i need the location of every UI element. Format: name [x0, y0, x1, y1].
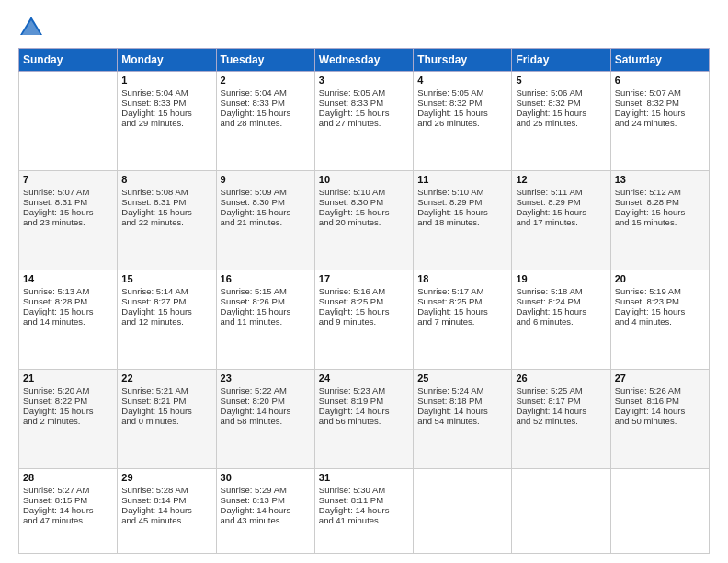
cell-info-line: Daylight: 15 hours — [319, 306, 409, 316]
cell-info-line: and 17 minutes. — [516, 217, 606, 227]
cell-info-line: Daylight: 14 hours — [615, 406, 705, 416]
cell-info-line: Sunrise: 5:16 AM — [319, 286, 409, 296]
calendar-week-row: 21Sunrise: 5:20 AMSunset: 8:22 PMDayligh… — [19, 370, 710, 469]
cell-info-line: and 28 minutes. — [221, 118, 311, 128]
cell-info-line: Sunrise: 5:17 AM — [417, 286, 507, 296]
cell-info-line: and 43 minutes. — [221, 515, 311, 525]
cell-info-line: Sunset: 8:29 PM — [417, 197, 507, 207]
cell-info-line: Sunrise: 5:29 AM — [221, 485, 311, 495]
cell-info-line: Sunset: 8:22 PM — [23, 396, 113, 406]
cell-info-line: Sunset: 8:14 PM — [121, 495, 211, 505]
cell-info-line: Daylight: 14 hours — [319, 505, 409, 515]
cell-info-line: and 2 minutes. — [23, 416, 113, 426]
col-header-friday: Friday — [512, 49, 610, 72]
calendar-cell — [414, 469, 512, 554]
calendar-cell: 14Sunrise: 5:13 AMSunset: 8:28 PMDayligh… — [19, 270, 118, 370]
cell-info-line: Daylight: 14 hours — [23, 505, 113, 515]
day-number: 17 — [319, 273, 409, 284]
cell-info-line: Sunset: 8:21 PM — [121, 396, 211, 406]
cell-info-line: Daylight: 15 hours — [615, 108, 705, 118]
cell-info-line: Sunrise: 5:14 AM — [121, 286, 211, 296]
cell-info-line: Sunrise: 5:12 AM — [615, 187, 705, 197]
col-header-thursday: Thursday — [414, 49, 512, 72]
day-number: 20 — [615, 273, 705, 284]
cell-info-line: Daylight: 15 hours — [121, 207, 211, 217]
page: SundayMondayTuesdayWednesdayThursdayFrid… — [0, 0, 728, 563]
cell-info-line: Sunset: 8:11 PM — [319, 495, 409, 505]
cell-info-line: Daylight: 15 hours — [221, 207, 311, 217]
day-number: 21 — [23, 373, 113, 384]
cell-info-line: Daylight: 15 hours — [121, 306, 211, 316]
day-number: 31 — [319, 472, 409, 483]
cell-info-line: and 47 minutes. — [23, 515, 113, 525]
cell-info-line: Daylight: 15 hours — [121, 108, 211, 118]
cell-info-line: Daylight: 15 hours — [23, 406, 113, 416]
cell-info-line: Sunrise: 5:24 AM — [417, 385, 507, 396]
cell-info-line: and 0 minutes. — [121, 416, 211, 426]
day-number: 23 — [221, 373, 311, 384]
col-header-monday: Monday — [118, 49, 216, 72]
cell-info-line: Sunrise: 5:07 AM — [23, 187, 113, 197]
col-header-wednesday: Wednesday — [314, 49, 413, 72]
cell-info-line: Sunrise: 5:04 AM — [221, 87, 311, 98]
col-header-sunday: Sunday — [19, 49, 118, 72]
cell-info-line: Sunset: 8:13 PM — [221, 495, 311, 505]
day-number: 3 — [319, 75, 409, 86]
calendar-cell — [512, 469, 610, 554]
cell-info-line: Sunset: 8:26 PM — [221, 296, 311, 306]
cell-info-line: Daylight: 15 hours — [23, 306, 113, 316]
cell-info-line: Sunrise: 5:07 AM — [615, 87, 705, 98]
day-number: 27 — [615, 373, 705, 384]
cell-info-line: and 4 minutes. — [615, 316, 705, 327]
calendar-cell: 20Sunrise: 5:19 AMSunset: 8:23 PMDayligh… — [610, 270, 709, 370]
day-number: 8 — [121, 174, 211, 185]
col-header-tuesday: Tuesday — [216, 49, 314, 72]
day-number: 9 — [221, 174, 311, 185]
calendar-cell: 8Sunrise: 5:08 AMSunset: 8:31 PMDaylight… — [118, 171, 216, 270]
cell-info-line: Sunset: 8:15 PM — [23, 495, 113, 505]
cell-info-line: and 24 minutes. — [615, 118, 705, 128]
cell-info-line: Daylight: 14 hours — [319, 406, 409, 416]
calendar-cell: 9Sunrise: 5:09 AMSunset: 8:30 PMDaylight… — [216, 171, 314, 270]
cell-info-line: Sunset: 8:30 PM — [319, 197, 409, 207]
cell-info-line: Daylight: 15 hours — [417, 207, 507, 217]
cell-info-line: Daylight: 15 hours — [221, 306, 311, 316]
calendar-header-row: SundayMondayTuesdayWednesdayThursdayFrid… — [19, 49, 710, 72]
day-number: 25 — [417, 373, 507, 384]
calendar-cell: 16Sunrise: 5:15 AMSunset: 8:26 PMDayligh… — [216, 270, 314, 370]
cell-info-line: Daylight: 15 hours — [417, 108, 507, 118]
cell-info-line: Sunset: 8:24 PM — [516, 296, 606, 306]
day-number: 13 — [615, 174, 705, 185]
day-number: 5 — [516, 75, 606, 86]
cell-info-line: Sunset: 8:20 PM — [221, 396, 311, 406]
calendar-cell: 31Sunrise: 5:30 AMSunset: 8:11 PMDayligh… — [314, 469, 413, 554]
cell-info-line: and 50 minutes. — [615, 416, 705, 426]
cell-info-line: Sunrise: 5:04 AM — [121, 87, 211, 98]
calendar-cell: 17Sunrise: 5:16 AMSunset: 8:25 PMDayligh… — [314, 270, 413, 370]
calendar-cell: 4Sunrise: 5:05 AMSunset: 8:32 PMDaylight… — [414, 72, 512, 171]
cell-info-line: Daylight: 15 hours — [516, 207, 606, 217]
logo-icon — [18, 15, 44, 40]
calendar-week-row: 1Sunrise: 5:04 AMSunset: 8:33 PMDaylight… — [19, 72, 710, 171]
cell-info-line: Daylight: 15 hours — [516, 108, 606, 118]
cell-info-line: Sunrise: 5:13 AM — [23, 286, 113, 296]
calendar-cell: 23Sunrise: 5:22 AMSunset: 8:20 PMDayligh… — [216, 370, 314, 469]
cell-info-line: Daylight: 14 hours — [221, 406, 311, 416]
day-number: 10 — [319, 174, 409, 185]
cell-info-line: Sunrise: 5:10 AM — [319, 187, 409, 197]
cell-info-line: and 9 minutes. — [319, 316, 409, 327]
calendar-cell: 22Sunrise: 5:21 AMSunset: 8:21 PMDayligh… — [118, 370, 216, 469]
cell-info-line: and 11 minutes. — [221, 316, 311, 327]
day-number: 24 — [319, 373, 409, 384]
cell-info-line: Sunset: 8:16 PM — [615, 396, 705, 406]
day-number: 6 — [615, 75, 705, 86]
calendar-week-row: 14Sunrise: 5:13 AMSunset: 8:28 PMDayligh… — [19, 270, 710, 370]
cell-info-line: Sunrise: 5:22 AM — [221, 385, 311, 396]
day-number: 18 — [417, 273, 507, 284]
cell-info-line: Sunset: 8:17 PM — [516, 396, 606, 406]
day-number: 19 — [516, 273, 606, 284]
calendar-week-row: 7Sunrise: 5:07 AMSunset: 8:31 PMDaylight… — [19, 171, 710, 270]
cell-info-line: Sunset: 8:19 PM — [319, 396, 409, 406]
cell-info-line: Daylight: 15 hours — [615, 306, 705, 316]
calendar-cell: 3Sunrise: 5:05 AMSunset: 8:33 PMDaylight… — [314, 72, 413, 171]
